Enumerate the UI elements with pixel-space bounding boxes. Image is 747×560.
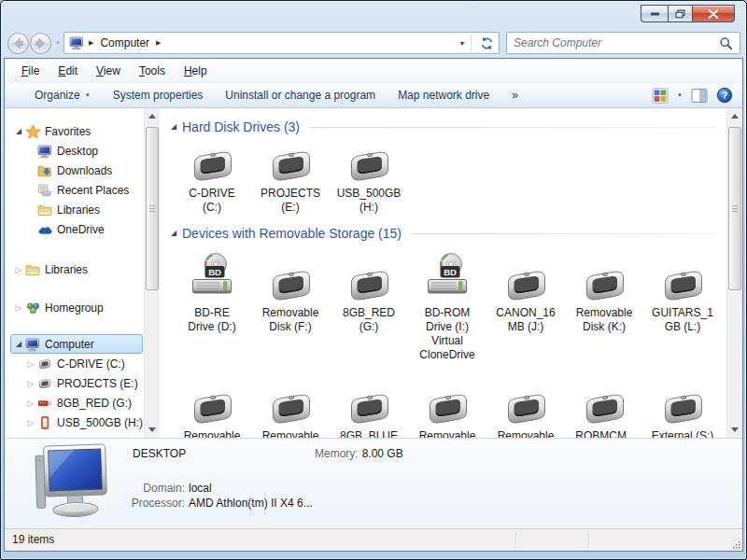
close-icon xyxy=(708,9,719,19)
bd-drive-icon: BD xyxy=(425,250,470,302)
details-pane: DESKTOP Memory: 8.00 GB Domain: local Pr… xyxy=(5,438,742,528)
search-input[interactable]: Search Computer xyxy=(506,32,740,54)
sidebar-item-recent-places[interactable]: Recent Places xyxy=(10,180,143,200)
sidebar-item-label: OneDrive xyxy=(57,223,105,236)
drive-tile-robmcm-8gb-r[interactable]: ROBMCM_8GB (R:) xyxy=(565,373,643,438)
scroll-up-icon[interactable] xyxy=(145,108,160,124)
drive-icon xyxy=(346,250,391,302)
group-header-devices-with-removable-storage-15[interactable]: Devices with Removable Storage (15) xyxy=(167,226,717,241)
folder-icon xyxy=(24,262,41,277)
scroll-up-icon[interactable] xyxy=(727,108,742,124)
drive-tile-removable-disk-k[interactable]: RemovableDisk (K:) xyxy=(565,250,643,362)
scroll-down-icon[interactable] xyxy=(145,422,160,438)
drive-tile-bd-re-drive-d[interactable]: BDBD-REDrive (D:) xyxy=(173,250,251,362)
toolbar-overflow-chevron[interactable]: » xyxy=(500,89,529,102)
drive-tile-canon-16-mb-j[interactable]: CANON_16MB (J:) xyxy=(486,250,565,362)
sidebar-item-label: 8GB_RED (G:) xyxy=(57,397,132,410)
drive-icon xyxy=(190,144,234,183)
menu-file[interactable]: File xyxy=(12,60,49,82)
drive-tile-usb-500gb-h[interactable]: USB_500GB(H:) xyxy=(330,144,408,215)
toolbar-organize[interactable]: Organize xyxy=(23,89,102,102)
toolbar-system-properties[interactable]: System properties xyxy=(102,89,215,102)
explorer-window: Computer Search Computer FileEditViewToo… xyxy=(0,0,747,560)
drive-tile-removable-disk-q[interactable]: RemovableDisk (Q:) xyxy=(486,373,565,438)
content-scrollbar-thumb[interactable] xyxy=(728,127,741,290)
sidebar-item-projects-e[interactable]: PROJECTS (E:) xyxy=(10,373,143,393)
drive-tile-external-s[interactable]: External (S:) xyxy=(643,373,722,438)
toolbar-item-label: System properties xyxy=(113,89,204,102)
drive-tile-8gb-red-g[interactable]: 8GB_RED(G:) xyxy=(330,250,408,362)
group-header-hard-disk-drives-3[interactable]: Hard Disk Drives (3) xyxy=(167,119,717,134)
sidebar-item-desktop[interactable]: Desktop xyxy=(10,141,143,161)
drive-tile-guitars-1-gb-l[interactable]: GUITARS_1GB (L:) xyxy=(643,250,722,362)
drive-tile-removable-disk-m[interactable]: RemovableDisk (M:) xyxy=(173,373,251,438)
drive-tile-removable-disk-f[interactable]: RemovableDisk (F:) xyxy=(251,250,330,362)
views-icon[interactable] xyxy=(652,88,669,104)
address-bar[interactable]: Computer xyxy=(63,32,500,54)
close-button[interactable] xyxy=(693,5,735,22)
drive-tile-bd-rom-drive-i-virtual-clonedrive[interactable]: BDBD-ROMDrive (I:)VirtualCloneDrive xyxy=(408,250,486,362)
toolbar-map-network-drive[interactable]: Map network drive xyxy=(387,89,500,102)
sidebar-item-label: Libraries xyxy=(45,263,88,276)
navigation-pane: FavoritesDesktopDownloadsRecent PlacesLi… xyxy=(5,108,144,438)
breadcrumb-arrow-icon[interactable] xyxy=(84,39,98,47)
downloads-icon xyxy=(36,163,53,178)
search-icon[interactable] xyxy=(719,36,733,50)
sidebar-item-8gb-red-g[interactable]: 8GB_RED (G:) xyxy=(10,393,143,413)
toolbar-uninstall-or-change-a-program[interactable]: Uninstall or change a program xyxy=(214,89,387,102)
window-controls xyxy=(641,5,735,22)
maximize-button[interactable] xyxy=(668,5,693,22)
domain-field: Domain: local xyxy=(107,482,212,495)
recent-pages-dropdown-icon[interactable] xyxy=(52,40,63,46)
sidebar-item-downloads[interactable]: Downloads xyxy=(10,161,143,180)
hdd-small-icon xyxy=(36,376,53,391)
sidebar-item-computer[interactable]: Computer xyxy=(10,334,143,354)
sidebar-item-libraries[interactable]: Libraries xyxy=(10,259,143,279)
sidebar-item-usb-500gb-h[interactable]: USB_500GB (H:) xyxy=(10,413,143,432)
drive-tile-projects-e[interactable]: PROJECTS(E:) xyxy=(251,144,330,215)
breadcrumb-computer[interactable]: Computer xyxy=(98,36,151,49)
preview-pane-icon[interactable] xyxy=(691,88,708,104)
drive-tile-removable-disk-p[interactable]: RemovableDisk (P:) xyxy=(408,373,486,438)
drive-tile-removable-disk-n[interactable]: RemovableDisk (N:) xyxy=(251,373,330,438)
minimize-button[interactable] xyxy=(641,5,668,22)
drive-tile-8gb-blue-o[interactable]: 8GB_BLUE(O:) xyxy=(330,373,408,438)
drive-icon xyxy=(346,373,391,426)
svg-text:BD: BD xyxy=(444,267,457,277)
address-dropdown-icon[interactable] xyxy=(454,40,471,47)
sidebar-item-c-drive-c[interactable]: C-DRIVE (C:) xyxy=(10,354,143,373)
sidebar-item-homegroup[interactable]: Homegroup xyxy=(10,298,143,317)
scroll-down-icon[interactable] xyxy=(727,422,742,438)
onedrive-icon xyxy=(36,222,53,237)
command-toolbar: OrganizeSystem propertiesUninstall or ch… xyxy=(5,83,742,108)
sidebar-item-onedrive[interactable]: OneDrive xyxy=(10,219,143,239)
sidebar-scrollbar-thumb[interactable] xyxy=(146,127,159,290)
refresh-icon[interactable] xyxy=(474,35,499,51)
menu-help[interactable]: Help xyxy=(175,60,217,82)
content-scrollbar[interactable] xyxy=(726,108,742,438)
memory-value: 8.00 GB xyxy=(362,447,403,460)
menu-view[interactable]: View xyxy=(87,60,130,82)
drive-tile-c-drive-c[interactable]: C-DRIVE(C:) xyxy=(173,144,251,215)
drive-icon xyxy=(660,250,705,302)
sidebar-scrollbar[interactable] xyxy=(144,108,160,438)
navigation-bar: Computer Search Computer xyxy=(7,30,740,56)
toolbar-right-icons: ? xyxy=(652,87,733,104)
domain-value: local xyxy=(189,482,212,495)
forward-button[interactable] xyxy=(29,32,52,55)
chevron-down-icon[interactable] xyxy=(677,92,683,98)
sidebar-item-label: Recent Places xyxy=(57,184,129,197)
breadcrumb-arrow-icon[interactable] xyxy=(151,39,165,47)
folder-icon xyxy=(36,203,53,217)
computer-icon xyxy=(69,35,84,50)
resize-grip-icon[interactable] xyxy=(730,539,741,550)
menu-tools[interactable]: Tools xyxy=(130,60,175,82)
group-title: Hard Disk Drives (3) xyxy=(182,119,300,134)
menu-edit[interactable]: Edit xyxy=(49,60,87,82)
sidebar-item-libraries[interactable]: Libraries xyxy=(10,200,143,219)
help-icon[interactable]: ? xyxy=(716,87,733,104)
computer-large-icon xyxy=(27,443,120,527)
drive-label: 8GB_RED(G:) xyxy=(343,306,395,334)
back-button[interactable] xyxy=(7,32,30,55)
sidebar-item-favorites[interactable]: Favorites xyxy=(10,121,143,141)
